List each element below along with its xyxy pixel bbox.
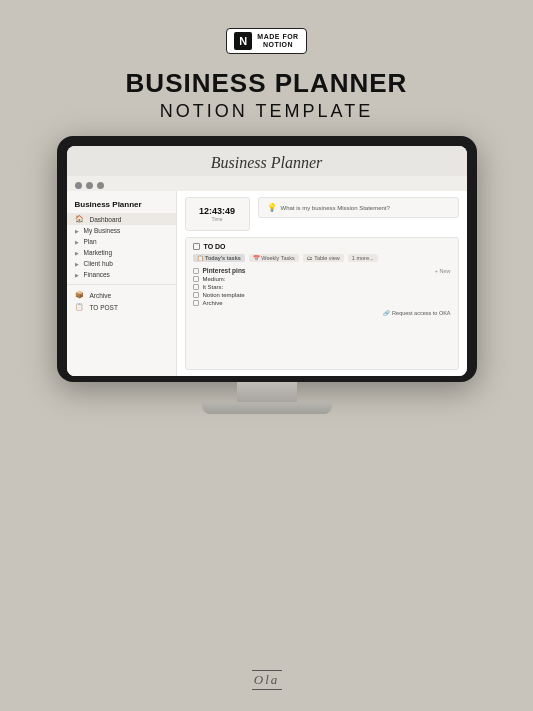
dot-1 xyxy=(75,182,82,189)
monitor-neck xyxy=(237,382,297,402)
sidebar-item-label: My Business xyxy=(84,227,121,234)
sidebar-item-label: Archive xyxy=(90,292,112,299)
screen-header-title: Business Planner xyxy=(79,154,455,172)
todo-item-text: Notion template xyxy=(203,292,245,298)
clock-time: 12:43:49 xyxy=(196,206,239,216)
arrow-icon: ▶ xyxy=(75,228,79,234)
arrow-icon: ▶ xyxy=(75,239,79,245)
todo-check-icon xyxy=(193,284,199,290)
todo-header: TO DO xyxy=(193,243,451,250)
sidebar-item-label: Marketing xyxy=(84,249,113,256)
todo-tab-weekly[interactable]: 📅 Weekly Tasks xyxy=(249,254,299,262)
topost-icon: 📋 xyxy=(75,303,84,311)
sidebar-item-label: Plan xyxy=(84,238,97,245)
todo-tab-today[interactable]: 📋 Today's tasks xyxy=(193,254,245,262)
todo-tab-table[interactable]: 🗂 Table view xyxy=(303,254,344,262)
main-title: BUSINESS PLANNER xyxy=(126,68,408,99)
todo-check-icon xyxy=(193,276,199,282)
dot-3 xyxy=(97,182,104,189)
todo-tab-more[interactable]: 1 more... xyxy=(348,254,378,262)
todo-check-icon xyxy=(193,300,199,306)
sidebar-divider xyxy=(67,284,176,285)
notion-logo: N xyxy=(234,32,252,50)
sidebar-item-marketing[interactable]: ▶ Marketing xyxy=(67,247,176,258)
sidebar-item-topost[interactable]: 📋 TO POST xyxy=(67,301,176,313)
notion-badge: N MADE FORNOTION xyxy=(226,28,306,54)
title-area: BUSINESS PLANNER NOTION TEMPLATE xyxy=(126,68,408,122)
sub-title: NOTION TEMPLATE xyxy=(126,101,408,122)
sidebar-item-label: Client hub xyxy=(84,260,113,267)
sidebar-item-label: TO POST xyxy=(90,304,118,311)
main-content: 12:43:49 Time 💡 What is my business Miss… xyxy=(177,191,467,376)
monitor-base xyxy=(202,402,332,414)
request-access-icon: 🔗 xyxy=(383,310,390,316)
todo-item-text: It Stars: xyxy=(203,284,224,290)
sidebar-item-plan[interactable]: ▶ Plan xyxy=(67,236,176,247)
todo-section: TO DO 📋 Today's tasks 📅 Weekly Tasks 🗂 T… xyxy=(185,237,459,370)
monitor-wrapper: Business Planner Business Planner 🏠 Dash… xyxy=(57,136,477,414)
sidebar-item-mybusiness[interactable]: ▶ My Business xyxy=(67,225,176,236)
notion-content: Business Planner 🏠 Dashboard ▶ My Busine… xyxy=(67,191,467,376)
dot-2 xyxy=(86,182,93,189)
todo-check-icon xyxy=(193,292,199,298)
todo-item-medium: Medium: xyxy=(193,276,451,282)
todo-tabs: 📋 Today's tasks 📅 Weekly Tasks 🗂 Table v… xyxy=(193,254,451,262)
arrow-icon: ▶ xyxy=(75,272,79,278)
new-button[interactable]: + New xyxy=(435,268,451,274)
archive-icon: 📦 xyxy=(75,291,84,299)
todo-item-text: Archive xyxy=(203,300,223,306)
main-top-row: 12:43:49 Time 💡 What is my business Miss… xyxy=(185,197,459,231)
sidebar-item-clienthub[interactable]: ▶ Client hub xyxy=(67,258,176,269)
todo-item-notion-template: Notion template xyxy=(193,292,451,298)
dashboard-icon: 🏠 xyxy=(75,215,84,223)
notion-dots xyxy=(67,176,467,191)
footer-brand: Ola xyxy=(252,669,282,691)
todo-title: TO DO xyxy=(204,243,226,250)
todo-checkbox-icon xyxy=(193,243,200,250)
sidebar-item-dashboard[interactable]: 🏠 Dashboard xyxy=(67,213,176,225)
todo-item-text: Pinterest pins xyxy=(203,267,246,274)
todo-item-itstars: It Stars: xyxy=(193,284,451,290)
sidebar-item-finances[interactable]: ▶ Finances xyxy=(67,269,176,280)
sidebar-item-label: Finances xyxy=(84,271,110,278)
sidebar-item-label: Dashboard xyxy=(90,216,122,223)
badge-text: MADE FORNOTION xyxy=(257,33,298,50)
arrow-icon: ▶ xyxy=(75,261,79,267)
mission-widget: 💡 What is my business Mission Statement? xyxy=(258,197,459,218)
todo-item-archive: Archive xyxy=(193,300,451,306)
arrow-icon: ▶ xyxy=(75,250,79,256)
mission-text: What is my business Mission Statement? xyxy=(281,205,390,211)
todo-items: Pinterest pins + New Medium: It Stars: xyxy=(193,267,451,306)
clock-label: Time xyxy=(196,216,239,222)
sidebar-title: Business Planner xyxy=(67,197,176,213)
todo-check-icon xyxy=(193,268,199,274)
clock-widget: 12:43:49 Time xyxy=(185,197,250,231)
monitor-frame: Business Planner Business Planner 🏠 Dash… xyxy=(57,136,477,382)
footer-line-bottom xyxy=(252,689,282,690)
footer-logo: Ola xyxy=(252,672,282,688)
todo-group-pinterest: Pinterest pins + New xyxy=(193,267,451,274)
sidebar: Business Planner 🏠 Dashboard ▶ My Busine… xyxy=(67,191,177,376)
footer-line-top xyxy=(252,670,282,671)
request-access-text: Request access to OKA xyxy=(392,310,450,316)
screen-header: Business Planner xyxy=(67,146,467,176)
request-access[interactable]: 🔗 Request access to OKA xyxy=(193,310,451,316)
mission-icon: 💡 xyxy=(267,203,277,212)
badge-area: N MADE FORNOTION xyxy=(226,28,306,54)
sidebar-item-archive[interactable]: 📦 Archive xyxy=(67,289,176,301)
monitor-screen: Business Planner Business Planner 🏠 Dash… xyxy=(67,146,467,376)
todo-item-text: Medium: xyxy=(203,276,226,282)
